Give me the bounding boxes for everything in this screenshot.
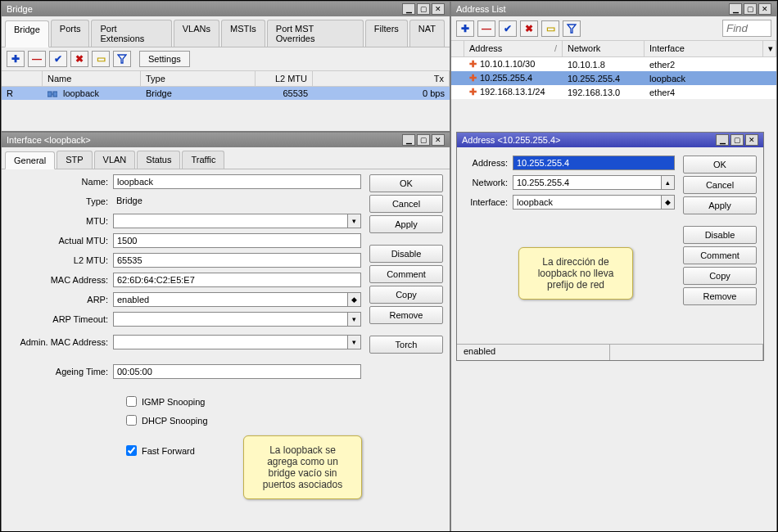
col-address[interactable]: Address/ xyxy=(464,41,563,56)
tab-port-mst[interactable]: Port MST Overrides xyxy=(267,20,364,47)
minimize-button[interactable]: ▁ xyxy=(729,3,742,15)
arp-timeout-input[interactable] xyxy=(113,312,348,327)
close-button[interactable]: ✕ xyxy=(432,134,445,146)
close-button[interactable]: ✕ xyxy=(758,3,771,15)
tab-general[interactable]: General xyxy=(5,151,55,169)
mac-input[interactable] xyxy=(113,273,361,287)
addr-row-1[interactable]: ✚10.255.255.4 10.255.255.4 loopback xyxy=(451,71,776,85)
addr-plus-icon: ✚ xyxy=(469,73,477,83)
maximize-button[interactable]: ▢ xyxy=(417,134,430,146)
ok-button[interactable]: OK xyxy=(683,156,757,174)
arp-input[interactable] xyxy=(113,292,348,307)
ageing-input[interactable] xyxy=(113,364,361,379)
tab-traffic[interactable]: Traffic xyxy=(182,151,224,169)
remove-button[interactable]: — xyxy=(28,51,46,67)
maximize-button[interactable]: ▢ xyxy=(744,3,757,15)
minimize-button[interactable]: ▁ xyxy=(402,134,415,146)
tab-port-ext[interactable]: Port Extensions xyxy=(91,20,171,47)
close-button[interactable]: ✕ xyxy=(745,134,758,146)
row-l2mtu: 65535 xyxy=(256,87,313,100)
col-dropdown[interactable]: ▾ xyxy=(763,41,776,56)
col-type[interactable]: Type xyxy=(141,71,256,86)
find-input[interactable] xyxy=(722,20,771,37)
status-empty xyxy=(610,345,763,360)
comment-button[interactable]: Comment xyxy=(369,265,443,283)
interface-input[interactable] xyxy=(513,195,662,210)
tab-ports[interactable]: Ports xyxy=(51,20,90,47)
network-up-arrow[interactable]: ▴ xyxy=(662,175,675,190)
add-button[interactable]: ✚ xyxy=(456,20,474,37)
funnel-icon xyxy=(567,24,577,34)
apply-button[interactable]: Apply xyxy=(369,215,443,233)
comment-button[interactable]: ▭ xyxy=(92,51,110,67)
cancel-button[interactable]: Cancel xyxy=(683,176,757,194)
bridge-row[interactable]: R loopback Bridge 65535 0 bps xyxy=(2,87,450,100)
ok-button[interactable]: OK xyxy=(369,174,443,192)
disable-button[interactable]: Disable xyxy=(369,245,443,263)
interface-dropdown[interactable]: ◆ xyxy=(662,195,675,210)
col-network[interactable]: Network xyxy=(563,41,645,56)
col-interface[interactable]: Interface xyxy=(645,41,763,56)
torch-button[interactable]: Torch xyxy=(369,336,443,354)
copy-button[interactable]: Copy xyxy=(369,286,443,304)
dhcp-checkbox[interactable] xyxy=(126,415,137,426)
settings-button[interactable]: Settings xyxy=(139,51,190,67)
add-button[interactable]: ✚ xyxy=(7,51,25,67)
addr-plus-icon: ✚ xyxy=(469,59,477,69)
disable-button[interactable]: Disable xyxy=(683,226,757,244)
admin-mac-dropdown[interactable]: ▾ xyxy=(348,335,361,349)
cancel-button[interactable]: Cancel xyxy=(369,195,443,213)
comment-button[interactable]: Comment xyxy=(683,246,757,264)
remove-button[interactable]: Remove xyxy=(683,287,757,305)
col-tx[interactable]: Tx xyxy=(313,71,450,86)
mtu-input[interactable] xyxy=(113,214,348,228)
network-input[interactable] xyxy=(513,175,662,190)
filter-button[interactable] xyxy=(113,51,131,67)
l2mtu-input[interactable] xyxy=(113,253,361,268)
comment-button[interactable]: ▭ xyxy=(541,20,559,37)
enable-button[interactable]: ✔ xyxy=(499,20,517,37)
close-button[interactable]: ✕ xyxy=(432,3,445,15)
actual-mtu-input[interactable] xyxy=(113,233,361,248)
copy-button[interactable]: Copy xyxy=(683,267,757,285)
enable-button[interactable]: ✔ xyxy=(49,51,67,67)
remove-button[interactable]: Remove xyxy=(369,306,443,324)
funnel-icon xyxy=(117,54,127,64)
col-name[interactable]: Name xyxy=(43,71,141,86)
tab-filters[interactable]: Filters xyxy=(365,20,408,47)
minimize-button[interactable]: ▁ xyxy=(402,3,415,15)
igmp-label: IGMP Snooping xyxy=(142,397,205,407)
tab-nat[interactable]: NAT xyxy=(409,20,445,47)
mtu-dropdown[interactable]: ▾ xyxy=(348,214,361,228)
dhcp-label: DHCP Snooping xyxy=(142,416,208,426)
bridge-tabs: Bridge Ports Port Extensions VLANs MSTIs… xyxy=(2,16,450,47)
disable-button[interactable]: ✖ xyxy=(520,20,538,37)
tab-vlan[interactable]: VLAN xyxy=(94,151,136,169)
disable-button[interactable]: ✖ xyxy=(70,51,88,67)
name-input[interactable] xyxy=(113,174,361,189)
maximize-button[interactable]: ▢ xyxy=(417,3,430,15)
col-l2mtu[interactable]: L2 MTU xyxy=(256,71,313,86)
maximize-button[interactable]: ▢ xyxy=(731,134,744,146)
tab-stp[interactable]: STP xyxy=(57,151,92,169)
tab-vlans[interactable]: VLANs xyxy=(174,20,219,47)
apply-button[interactable]: Apply xyxy=(683,196,757,214)
iface-tooltip: La loopback se agrega como un bridge vac… xyxy=(243,435,362,499)
igmp-checkbox[interactable] xyxy=(126,396,137,407)
tab-status[interactable]: Status xyxy=(137,151,180,169)
addr-row-0[interactable]: ✚10.10.1.10/30 10.10.1.8 ether2 xyxy=(451,57,776,71)
tab-mstis[interactable]: MSTIs xyxy=(221,20,265,47)
addr-tooltip: La dirección de loopback no lleva prefij… xyxy=(518,247,633,300)
minimize-button[interactable]: ▁ xyxy=(716,134,729,146)
fastfwd-checkbox[interactable] xyxy=(126,445,137,456)
addr-row-2[interactable]: ✚192.168.13.1/24 192.168.13.0 ether4 xyxy=(451,85,776,99)
arp-timeout-dropdown[interactable]: ▾ xyxy=(348,312,361,327)
row-type: Bridge xyxy=(141,87,256,100)
arp-dropdown[interactable]: ◆ xyxy=(348,292,361,307)
filter-button[interactable] xyxy=(563,20,581,37)
admin-mac-input[interactable] xyxy=(113,335,348,349)
type-value: Bridge xyxy=(113,194,361,209)
remove-button[interactable]: — xyxy=(477,20,495,37)
tab-bridge[interactable]: Bridge xyxy=(5,20,49,47)
address-input[interactable] xyxy=(513,156,675,170)
